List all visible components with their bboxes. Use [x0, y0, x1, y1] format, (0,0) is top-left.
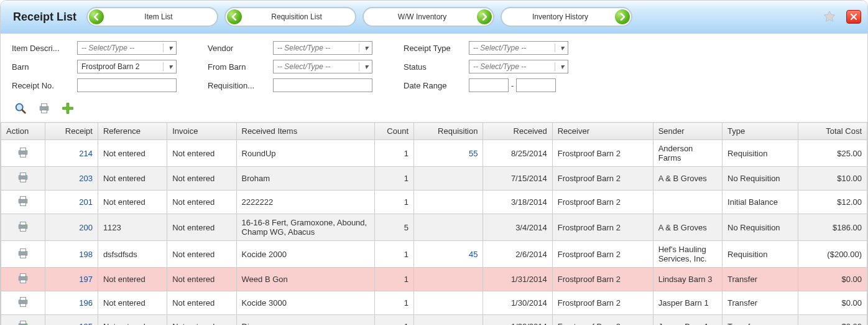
col-action[interactable]: Action	[1, 123, 45, 140]
cell-count: 1	[375, 140, 414, 167]
svg-rect-19	[20, 222, 25, 225]
cell-invoice: Not entered	[167, 191, 236, 214]
date-range-sep: -	[511, 81, 514, 90]
row-print-button[interactable]	[16, 278, 30, 287]
cell-reference: Not entered	[98, 167, 167, 191]
status-select[interactable]: -- Select/Type --▾	[469, 60, 568, 73]
cell-count: 1	[375, 191, 414, 214]
svg-rect-23	[20, 248, 25, 252]
requisition-link[interactable]: 55	[469, 149, 478, 158]
requisition-input[interactable]	[273, 78, 372, 92]
cell-receiver: Frostproof Barn 2	[552, 241, 653, 268]
receipt-link[interactable]: 214	[79, 149, 93, 158]
cell-items: 16-16-8 Fert, Gramoxone, Abound, Champ W…	[236, 214, 375, 241]
receipt-link[interactable]: 197	[79, 275, 93, 284]
cell-reference: Not entered	[98, 268, 167, 291]
cell-sender: Anderson Farms	[653, 140, 722, 167]
col-count[interactable]: Count	[375, 123, 414, 140]
row-print-button[interactable]	[16, 200, 30, 210]
cell-reference: Not entered	[98, 315, 167, 326]
col-total-cost[interactable]: Total Cost	[798, 123, 867, 140]
date-from-input[interactable]	[469, 78, 509, 92]
add-button[interactable]	[59, 100, 76, 117]
cell-receiver: Frostproof Barn 2	[552, 315, 653, 326]
cell-items: RoundUp	[236, 140, 375, 167]
barn-select[interactable]: Frostproof Barn 2▾	[77, 60, 177, 73]
cell-items: Diuron	[236, 315, 375, 326]
svg-rect-12	[20, 179, 25, 182]
cell-invoice: Not entered	[167, 214, 236, 241]
cell-count: 1	[375, 268, 414, 291]
col-requisition[interactable]: Requisition	[414, 123, 483, 140]
toolbar	[1, 97, 867, 122]
cell-cost: $186.00	[798, 214, 867, 241]
cell-type: No Requisition	[723, 214, 798, 241]
select-value: Frostproof Barn 2	[81, 62, 139, 71]
receipt-no-input[interactable]	[77, 78, 177, 92]
row-print-button[interactable]	[16, 177, 30, 186]
row-print-button[interactable]	[16, 226, 30, 235]
nav-label: W/W Inventory	[398, 12, 447, 21]
row-print-button[interactable]	[16, 152, 30, 161]
receipt-link[interactable]: 200	[79, 223, 93, 232]
col-type[interactable]: Type	[723, 123, 798, 140]
table-row: 214Not enteredNot enteredRoundUp1558/25/…	[1, 140, 867, 167]
cell-type: Transfer	[723, 268, 798, 291]
cell-cost: $10.00	[798, 167, 867, 191]
search-button[interactable]	[12, 100, 29, 117]
row-print-button[interactable]	[16, 253, 30, 262]
filter-panel: Item Descri... -- Select/Type --▾ Barn F…	[1, 34, 867, 97]
cell-invoice: Not entered	[167, 241, 236, 268]
cell-receiver: Frostproof Barn 2	[552, 291, 653, 315]
svg-point-29	[26, 276, 27, 278]
col-received[interactable]: Received	[483, 123, 552, 140]
cell-count: 1	[375, 315, 414, 326]
vendor-select[interactable]: -- Select/Type --▾	[273, 41, 372, 55]
col-sender[interactable]: Sender	[653, 123, 722, 140]
select-placeholder: -- Select/Type --	[81, 44, 134, 52]
svg-rect-28	[20, 280, 25, 283]
col-receiver[interactable]: Receiver	[552, 123, 653, 140]
cell-count: 1	[375, 167, 414, 191]
col-invoice[interactable]: Invoice	[167, 123, 236, 140]
svg-rect-24	[20, 255, 25, 258]
cell-sender: Hef's Hauling Services, Inc.	[653, 241, 722, 268]
cell-invoice: Not entered	[167, 268, 236, 291]
table-row: 198dsfsdfsdsNot enteredKocide 20001452/6…	[1, 241, 867, 268]
from-barn-select[interactable]: -- Select/Type --▾	[273, 60, 372, 73]
nav-item-list[interactable]: Item List	[86, 7, 218, 27]
print-button[interactable]	[35, 100, 53, 117]
row-print-button[interactable]	[16, 301, 30, 311]
receipt-link[interactable]: 198	[79, 250, 93, 259]
item-description-select[interactable]: -- Select/Type --▾	[77, 41, 177, 55]
nav-label: Item List	[144, 12, 172, 21]
label-from-barn: From Barn	[208, 62, 267, 72]
cell-type: Requisition	[723, 241, 798, 268]
svg-rect-8	[20, 154, 25, 157]
table-row: 2001123Not entered16-16-8 Fert, Gramoxon…	[1, 214, 867, 241]
label-barn: Barn	[12, 62, 71, 72]
nav-ww-inventory[interactable]: W/W Inventory	[362, 7, 494, 27]
receipt-link[interactable]: 201	[79, 197, 93, 207]
receipt-link[interactable]: 196	[79, 298, 93, 308]
close-button[interactable]	[846, 10, 861, 24]
cell-cost: $0.00	[798, 315, 867, 326]
svg-rect-11	[20, 173, 25, 176]
receipt-link[interactable]: 203	[79, 174, 93, 183]
requisition-link[interactable]: 45	[469, 250, 478, 259]
arrow-right-icon	[477, 9, 492, 24]
col-items[interactable]: Received Items	[236, 123, 375, 140]
date-to-input[interactable]	[516, 78, 556, 92]
receipt-link[interactable]: 195	[79, 322, 93, 325]
cell-items: Broham	[236, 167, 375, 191]
cell-items: Kocide 2000	[236, 241, 375, 268]
receipt-type-select[interactable]: -- Select/Type --▾	[469, 41, 568, 55]
nav-requisition-list[interactable]: Requisition List	[224, 7, 356, 27]
col-receipt[interactable]: Receipt	[45, 123, 98, 140]
cell-reference: Not entered	[98, 291, 167, 315]
label-receipt-no: Receipt No.	[12, 81, 71, 90]
nav-inventory-history[interactable]: Inventory History	[501, 7, 632, 27]
svg-rect-31	[20, 298, 25, 301]
col-reference[interactable]: Reference	[98, 123, 167, 140]
favorite-icon[interactable]	[823, 10, 836, 24]
